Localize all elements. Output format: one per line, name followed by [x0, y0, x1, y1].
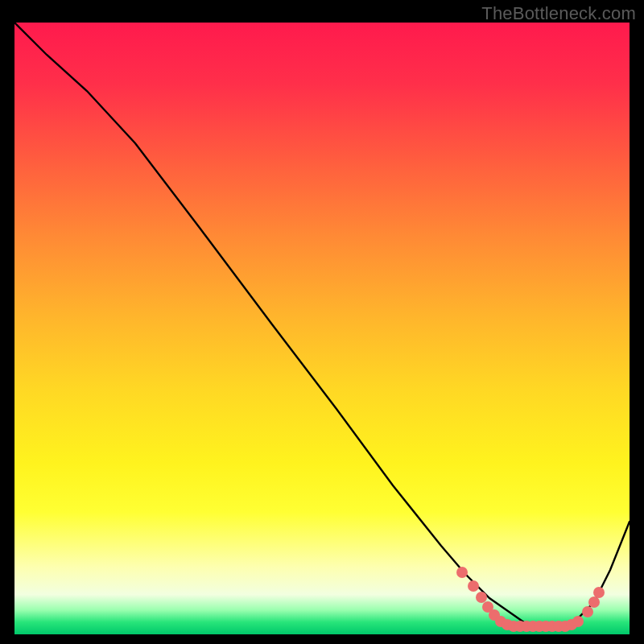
valley-dot — [582, 606, 593, 617]
valley-dot — [476, 592, 487, 603]
valley-markers — [456, 567, 605, 632]
valley-dot — [588, 597, 600, 608]
chart-stage: TheBottleneck.com — [0, 0, 644, 644]
curve-layer — [14, 23, 630, 634]
valley-dot — [572, 616, 584, 627]
plot-area — [14, 23, 630, 634]
valley-dot — [468, 580, 479, 592]
valley-dot — [593, 587, 605, 598]
watermark-text: TheBottleneck.com — [481, 3, 636, 24]
bottleneck-curve — [14, 23, 630, 626]
valley-dot — [456, 567, 468, 578]
